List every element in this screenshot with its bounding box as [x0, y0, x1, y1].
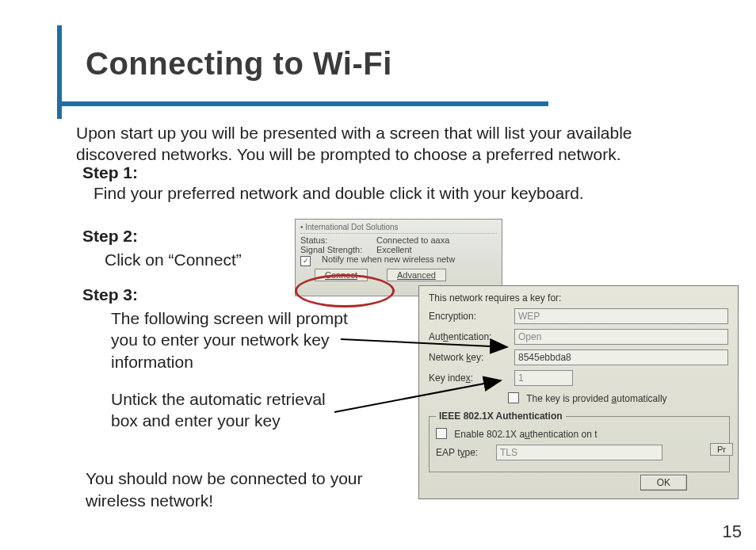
step-1-body: Find your preferred network and double c… [82, 184, 701, 203]
enable-8021x-checkbox[interactable] [436, 428, 447, 439]
step-2: Step 2: Click on “Connect” [82, 227, 242, 269]
step-3-body-a: The following screen will prompt you to … [82, 307, 352, 372]
network-key-label: Network key: [429, 352, 510, 363]
auto-key-checkbox[interactable] [508, 392, 519, 403]
encryption-label: Encryption: [429, 311, 510, 322]
status-value: Connected to aaxa [376, 235, 449, 245]
ok-button[interactable]: OK [640, 475, 687, 491]
step-2-body: Click on “Connect” [82, 250, 242, 269]
authentication-field[interactable] [514, 329, 728, 345]
enable-8021x-label: Enable 802.1X authentication on t [454, 429, 597, 440]
signal-value: Excellent [376, 245, 412, 254]
step-1: Step 1: Find your preferred network and … [82, 163, 701, 203]
step-3: Step 3: The following screen will prompt… [82, 285, 352, 431]
encryption-field[interactable] [514, 308, 728, 324]
key-index-label: Key index: [429, 372, 510, 384]
step-3-body-b: Untick the automatic retrieval box and e… [82, 388, 352, 432]
page-number: 15 [723, 521, 742, 542]
screenshot-key-dialog: This network requires a key for: Encrypt… [418, 285, 739, 499]
key-dialog-intro: This network requires a key for: [429, 292, 733, 304]
status-label: Status: [300, 235, 368, 245]
eap-type-label: EAP type: [436, 447, 491, 458]
conclusion-text: You should now be connected to your wire… [86, 468, 426, 513]
connect-button[interactable]: Connect [315, 269, 368, 281]
step-2-label: Step 2: [82, 227, 242, 246]
notify-label: Notify me when new wireless netw [322, 254, 455, 265]
ieee-8021x-group: IEEE 802.1X Authentication Enable 802.1X… [429, 411, 730, 472]
page-title: Connecting to Wi-Fi [86, 46, 392, 82]
network-list-item-label: International Dot Solutions [305, 223, 398, 231]
ok-button-label: OK [657, 477, 670, 488]
title-rule-horizontal [57, 101, 548, 106]
eap-type-field[interactable] [496, 445, 662, 460]
connect-button-label: Connect [325, 270, 357, 280]
step-1-label: Step 1: [82, 163, 701, 182]
auto-key-label: The key is provided automatically [526, 393, 666, 404]
notify-checkbox[interactable] [300, 254, 314, 265]
advanced-button-label: Advanced [397, 270, 436, 280]
advanced-button[interactable]: Advanced [387, 269, 446, 281]
network-key-field[interactable] [514, 349, 728, 365]
network-list-item: • International Dot Solutions [300, 223, 497, 234]
properties-button-partial[interactable]: Pr [710, 443, 733, 456]
manual-page: Connecting to Wi-Fi Upon start up you wi… [0, 0, 756, 550]
intro-paragraph: Upon start up you will be presented with… [76, 122, 701, 166]
ieee-8021x-legend: IEEE 802.1X Authentication [436, 411, 566, 422]
signal-label: Signal Strength: [300, 245, 368, 254]
key-index-field[interactable] [514, 370, 573, 386]
authentication-label: Authentication: [429, 331, 510, 342]
